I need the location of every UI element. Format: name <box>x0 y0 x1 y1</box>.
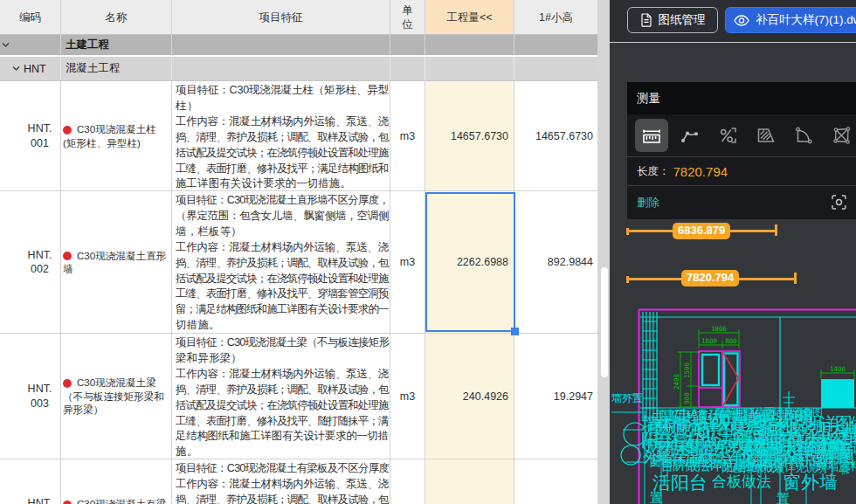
length-value: 7820.794 <box>673 164 728 179</box>
group-cell-name: 混凝土工程 <box>61 57 172 80</box>
cell-name[interactable]: C30现浇混凝土有梁板 <box>61 459 172 504</box>
length-label: 长度： <box>637 164 670 179</box>
cell-building-qty[interactable]: 19.2947 <box>514 334 597 459</box>
cell-quantity[interactable]: 240.4926 <box>425 334 514 459</box>
cell-feature[interactable]: 项目特征：C30现浇混凝土柱（矩形柱、异型柱）工作内容：混凝土材料场内外运输、泵… <box>172 81 390 190</box>
group-row-civil[interactable]: 土建工程 <box>0 35 597 56</box>
quantity-grid: 编码 名称 项目特征 单 位 工程量<< 1#小高 土建工程 HNT <box>0 0 610 504</box>
header-code[interactable]: 编码 <box>0 0 61 34</box>
group-cell-empty <box>172 57 390 80</box>
grid-row[interactable]: HNT. 004C30现浇混凝土有梁板项目特征：C30现浇混凝土有梁板及不区分厚… <box>0 459 597 504</box>
header-qty[interactable]: 工程量<< <box>425 0 514 34</box>
status-dot-icon <box>63 126 72 135</box>
cad-window-detail: 1806 1000 800 2400 1500 900 1400 <box>673 325 855 408</box>
locate-icon[interactable] <box>832 195 846 210</box>
delete-button[interactable]: 删除 <box>637 195 659 211</box>
tool-arc-area[interactable] <box>787 119 820 152</box>
group-code: HNT <box>24 63 46 75</box>
grid-row[interactable]: HNT. 001C30现浇混凝土柱 (矩形柱、异型柱)项目特征：C30现浇混凝土… <box>0 81 597 191</box>
cad-dim-height-total: 2400 <box>673 373 680 390</box>
group-cell-empty <box>390 35 425 55</box>
eye-icon <box>734 15 749 26</box>
grid-row[interactable]: HNT. 003C30现浇混凝土梁 （不与板连接矩形梁和异形梁）项目特征：C30… <box>0 334 597 459</box>
measure-delete-row: 删除 <box>627 186 856 218</box>
cad-dim-width-right: 800 <box>725 337 737 345</box>
cell-code[interactable]: HNT. 002 <box>0 191 61 333</box>
group-cell-name: 土建工程 <box>61 35 172 55</box>
cell-name[interactable]: C30现浇混凝土柱 (矩形柱、异型柱) <box>61 81 172 190</box>
svg-text:合板做法: 合板做法 <box>712 473 771 490</box>
item-name-label: C30现浇混凝土直形墙 <box>63 250 166 275</box>
cell-unit[interactable]: m3 <box>390 191 425 333</box>
app-window: 编码 名称 项目特征 单 位 工程量<< 1#小高 土建工程 HNT <box>0 0 856 504</box>
cell-unit[interactable] <box>390 459 425 504</box>
measure-toolbar <box>627 114 856 157</box>
cell-code[interactable]: HNT. 004 <box>0 459 61 504</box>
cell-name[interactable]: C30现浇混凝土直形墙 <box>61 191 172 333</box>
header-sub[interactable]: 1#小高 <box>514 0 597 34</box>
grid-scrollbar-thumb[interactable] <box>601 267 608 377</box>
group-cell-code: HNT <box>0 57 61 80</box>
tool-polyline[interactable] <box>673 119 707 152</box>
group-cell-empty <box>390 57 425 80</box>
measure-length-row: 长度： 7820.794 <box>627 157 856 186</box>
measure-panel-title: 测量 <box>627 82 856 114</box>
cad-dim-width-total: 1806 <box>711 325 728 333</box>
item-name-label: C30现浇混凝土梁 （不与板连接矩形梁和异形梁） <box>63 376 164 415</box>
group-cell-empty <box>514 57 597 80</box>
cell-code[interactable]: HNT. 001 <box>0 81 61 190</box>
group-cell-empty <box>425 57 514 80</box>
group-label: 混凝土工程 <box>61 57 171 80</box>
svg-text:置: 置 <box>650 490 663 504</box>
svg-text:墙外置: 墙外置 <box>611 392 643 404</box>
tool-polygon[interactable] <box>825 119 856 152</box>
header-feature[interactable]: 项目特征 <box>172 0 390 34</box>
status-dot-icon <box>63 252 72 260</box>
cad-dim-height-lower: 900 <box>683 392 691 404</box>
drawings-manager-button[interactable]: 图纸管理 <box>627 7 718 33</box>
cell-unit[interactable]: m3 <box>390 334 425 459</box>
item-name-label: C30现浇混凝土柱 (矩形柱、异型柱) <box>63 123 156 148</box>
svg-text:阳台排水找坡详见说明: 阳台排水找坡详见说明 <box>721 461 826 474</box>
cad-dim-block-width: 1400 <box>830 365 846 373</box>
cell-feature[interactable]: 项目特征：C30现浇混凝土直形墙不区分厚度，（界定范围：包含女儿墙、飘窗侧墙，空… <box>172 191 390 333</box>
svg-text:洞口预留详见水电大样图集: 洞口预留详见水电大样图集 <box>732 429 856 444</box>
cell-quantity[interactable] <box>425 459 514 504</box>
group-row-concrete[interactable]: HNT 混凝土工程 <box>0 57 597 81</box>
cell-feature[interactable]: 项目特征：C30现浇混凝土梁（不与板连接矩形梁和异形梁）工作内容：混凝土材料场内… <box>172 334 390 459</box>
grid-row[interactable]: HNT. 002C30现浇混凝土直形墙项目特征：C30现浇混凝土直形墙不区分厚度… <box>0 191 597 334</box>
cell-feature[interactable]: 项目特征：C30现浇混凝土有梁板及不区分厚度工作内容：混凝土材料场内外运输、泵送… <box>172 459 390 504</box>
cell-building-qty[interactable]: 892.9844 <box>514 191 597 333</box>
cell-unit[interactable]: m3 <box>390 81 425 190</box>
active-drawing-tab[interactable]: 补百叶大样(7)(1).dw <box>725 7 856 33</box>
cell-building-qty[interactable]: 14657.6730 <box>514 81 597 190</box>
cad-text-jumble: 墙体做法详见建施结构说明详图做法楼板配筋详图见结施图集说明大样图建筑做法详见说明… <box>611 392 856 504</box>
group-cell-code <box>0 35 61 55</box>
header-unit[interactable]: 单 位 <box>390 0 425 34</box>
svg-text:台阶上置图: 台阶上置图 <box>655 409 667 461</box>
group-cell-empty <box>425 35 514 55</box>
measure-panel: 测量 <box>627 82 856 219</box>
status-dot-icon <box>63 501 72 504</box>
grid-header-row: 编码 名称 项目特征 单 位 工程量<< 1#小高 <box>0 0 597 35</box>
header-name[interactable]: 名称 <box>61 0 172 34</box>
grid-scrollbar[interactable] <box>597 0 610 504</box>
group-cell-empty <box>172 35 390 55</box>
collapse-chevron-icon[interactable] <box>2 41 10 49</box>
active-drawing-tab-label: 补百叶大样(7)(1).dw <box>756 12 856 28</box>
group-cell-empty <box>514 35 597 55</box>
tool-length[interactable] <box>635 119 668 152</box>
cell-code[interactable]: HNT. 003 <box>0 334 61 459</box>
tool-area-hatch[interactable] <box>749 119 783 152</box>
collapse-chevron-icon[interactable] <box>12 65 20 72</box>
tool-scale-percent[interactable] <box>711 119 744 152</box>
svg-text:楼梯间做法详见建施: 楼梯间做法详见建施 <box>742 445 853 460</box>
cad-dim-height-upper: 1500 <box>683 362 691 378</box>
cell-quantity[interactable]: 14657.6730 <box>425 81 514 190</box>
cell-building-qty[interactable] <box>514 459 597 504</box>
item-name-label: C30现浇混凝土有梁板 <box>63 498 166 504</box>
cell-quantity[interactable]: 2262.6988 <box>425 191 514 333</box>
cell-name[interactable]: C30现浇混凝土梁 （不与板连接矩形梁和异形梁） <box>61 334 172 459</box>
drawings-manager-label: 图纸管理 <box>659 12 706 28</box>
viewer-topbar: 图纸管理 补百叶大样(7)(1).dw <box>610 0 856 43</box>
